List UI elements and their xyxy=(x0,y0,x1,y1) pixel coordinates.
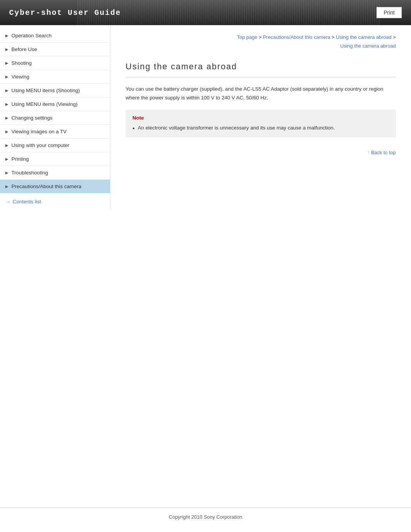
breadcrumb-sep2: > xyxy=(330,34,336,40)
sidebar-item-label: Using MENU items (Viewing) xyxy=(11,101,78,107)
sidebar-arrow-icon: ▶ xyxy=(5,61,8,65)
contents-list-anchor[interactable]: → Contents list xyxy=(5,199,41,204)
sidebar-item-11[interactable]: ▶Precautions/About this camera xyxy=(0,180,110,193)
sidebar-item-7[interactable]: ▶Viewing images on a TV xyxy=(0,125,110,139)
contents-list-label: Contents list xyxy=(13,199,41,204)
back-to-top[interactable]: ↑ Back to top xyxy=(126,149,396,155)
main-container: ▶Operation Search▶Before Use▶Shooting▶Vi… xyxy=(0,25,411,508)
sidebar-item-label: Printing xyxy=(11,156,29,162)
sidebar-item-label: Viewing images on a TV xyxy=(11,129,67,134)
breadcrumb-using-abroad[interactable]: Using the camera abroad xyxy=(336,34,392,40)
sidebar-item-label: Viewing xyxy=(11,74,29,80)
footer: Copyright 2010 Sony Corporation xyxy=(0,508,411,526)
note-item: An electronic voltage transformer is unn… xyxy=(132,124,389,132)
sidebar-item-9[interactable]: ▶Printing xyxy=(0,152,110,166)
breadcrumb-using-camera[interactable]: Using the camera abroad xyxy=(340,43,396,49)
sidebar-item-8[interactable]: ▶Using with your computer xyxy=(0,139,110,152)
contents-list-link[interactable]: → Contents list xyxy=(0,193,110,210)
back-to-top-label: Back to top xyxy=(371,150,396,155)
note-label: Note xyxy=(132,115,389,121)
back-to-top-link[interactable]: ↑ Back to top xyxy=(367,150,396,155)
sidebar-arrow-icon: ▶ xyxy=(5,75,8,79)
breadcrumb-sep1: > xyxy=(257,34,263,40)
sidebar-item-label: Precautions/About this camera xyxy=(11,184,81,189)
sidebar-item-4[interactable]: ▶Using MENU items (Shooting) xyxy=(0,84,110,97)
sidebar-item-5[interactable]: ▶Using MENU items (Viewing) xyxy=(0,97,110,111)
breadcrumb-precautions[interactable]: Precautions/About this camera xyxy=(263,34,330,40)
sidebar-item-label: Changing settings xyxy=(11,115,53,121)
sidebar-arrow-icon: ▶ xyxy=(5,102,8,106)
sidebar-item-label: Using MENU items (Shooting) xyxy=(11,88,80,93)
sidebar-item-label: Using with your computer xyxy=(11,142,69,148)
sidebar-arrow-icon: ▶ xyxy=(5,116,8,120)
body-text: You can use the battery charger (supplie… xyxy=(126,85,396,102)
header: Cyber-shot User Guide Print xyxy=(0,0,411,25)
contents-list-arrow-icon: → xyxy=(5,199,11,204)
app-title: Cyber-shot User Guide xyxy=(9,8,121,17)
sidebar-arrow-icon: ▶ xyxy=(5,88,8,93)
page-number: 206 xyxy=(0,526,411,532)
sidebar: ▶Operation Search▶Before Use▶Shooting▶Vi… xyxy=(0,25,110,210)
sidebar-arrow-icon: ▶ xyxy=(5,184,8,189)
sidebar-arrow-icon: ▶ xyxy=(5,47,8,51)
sidebar-item-label: Before Use xyxy=(11,46,37,52)
sidebar-arrow-icon: ▶ xyxy=(5,171,8,175)
sidebar-arrow-icon: ▶ xyxy=(5,143,8,147)
page-title: Using the camera abroad xyxy=(126,62,396,77)
sidebar-item-6[interactable]: ▶Changing settings xyxy=(0,111,110,125)
back-arrow-icon: ↑ xyxy=(367,150,370,155)
sidebar-item-2[interactable]: ▶Shooting xyxy=(0,56,110,70)
breadcrumb-top-page[interactable]: Top page xyxy=(237,34,258,40)
content-area: Top page > Precautions/About this camera… xyxy=(110,25,411,171)
sidebar-arrow-icon: ▶ xyxy=(5,34,8,38)
breadcrumb: Top page > Precautions/About this camera… xyxy=(126,33,396,50)
sidebar-arrow-icon: ▶ xyxy=(5,157,8,161)
sidebar-item-label: Shooting xyxy=(11,60,32,66)
sidebar-arrow-icon: ▶ xyxy=(5,129,8,134)
print-button[interactable]: Print xyxy=(376,7,402,18)
sidebar-item-3[interactable]: ▶Viewing xyxy=(0,70,110,84)
copyright-text: Copyright 2010 Sony Corporation xyxy=(169,514,242,520)
sidebar-item-label: Troubleshooting xyxy=(11,170,48,176)
note-box: Note An electronic voltage transformer i… xyxy=(126,110,396,137)
breadcrumb-sep3: > xyxy=(392,34,396,40)
sidebar-item-10[interactable]: ▶Troubleshooting xyxy=(0,166,110,180)
sidebar-item-0[interactable]: ▶Operation Search xyxy=(0,29,110,43)
sidebar-item-label: Operation Search xyxy=(11,33,52,38)
sidebar-item-1[interactable]: ▶Before Use xyxy=(0,43,110,56)
